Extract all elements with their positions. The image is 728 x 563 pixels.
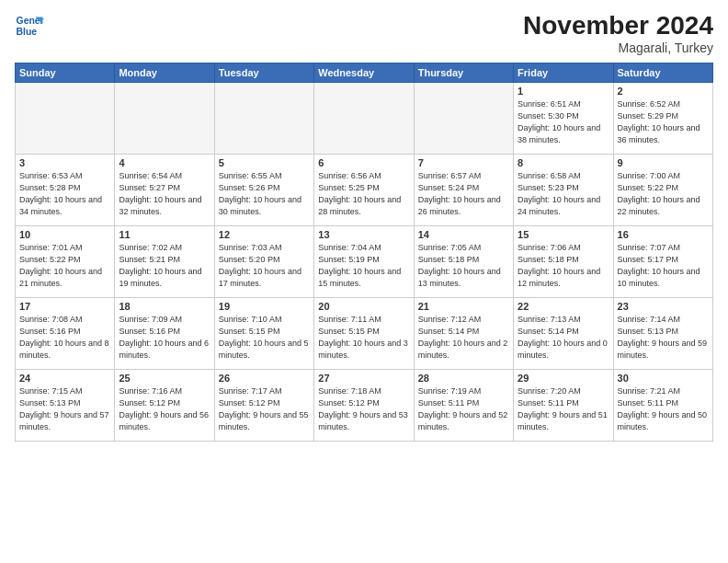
day-info: Sunrise: 7:11 AM Sunset: 5:15 PM Dayligh… [318, 314, 409, 362]
day-number: 10 [19, 229, 110, 240]
day-info: Sunrise: 7:08 AM Sunset: 5:16 PM Dayligh… [19, 314, 110, 362]
table-row: 8Sunrise: 6:58 AM Sunset: 5:23 PM Daylig… [514, 155, 613, 226]
header: General Blue November 2024 Magarali, Tur… [15, 11, 713, 55]
day-info: Sunrise: 7:18 AM Sunset: 5:12 PM Dayligh… [318, 385, 409, 433]
table-row: 12Sunrise: 7:03 AM Sunset: 5:20 PM Dayli… [214, 226, 313, 298]
day-info: Sunrise: 7:05 AM Sunset: 5:18 PM Dayligh… [418, 242, 509, 290]
day-number: 30 [618, 373, 709, 384]
day-number: 4 [119, 157, 210, 168]
day-info: Sunrise: 7:16 AM Sunset: 5:12 PM Dayligh… [119, 385, 210, 433]
table-row: 6Sunrise: 6:56 AM Sunset: 5:25 PM Daylig… [314, 155, 414, 226]
table-row: 15Sunrise: 7:06 AM Sunset: 5:18 PM Dayli… [514, 226, 613, 298]
calendar-week-1: 3Sunrise: 6:53 AM Sunset: 5:28 PM Daylig… [16, 155, 713, 226]
day-info: Sunrise: 7:13 AM Sunset: 5:14 PM Dayligh… [518, 314, 609, 362]
day-number: 18 [119, 301, 210, 312]
day-number: 1 [518, 86, 609, 97]
day-info: Sunrise: 7:07 AM Sunset: 5:17 PM Dayligh… [618, 242, 709, 290]
day-info: Sunrise: 6:56 AM Sunset: 5:25 PM Dayligh… [318, 170, 409, 218]
day-info: Sunrise: 7:04 AM Sunset: 5:19 PM Dayligh… [318, 242, 409, 290]
day-number: 5 [219, 157, 310, 168]
th-saturday: Saturday [613, 63, 712, 83]
day-number: 8 [518, 157, 609, 168]
day-number: 24 [19, 373, 110, 384]
day-info: Sunrise: 6:55 AM Sunset: 5:26 PM Dayligh… [219, 170, 310, 218]
day-number: 21 [418, 301, 509, 312]
day-info: Sunrise: 7:10 AM Sunset: 5:15 PM Dayligh… [219, 314, 310, 362]
th-friday: Friday [514, 63, 613, 83]
table-row [115, 83, 214, 155]
table-row [314, 83, 414, 155]
day-info: Sunrise: 7:20 AM Sunset: 5:11 PM Dayligh… [518, 385, 609, 433]
day-number: 29 [518, 373, 609, 384]
table-row [414, 83, 513, 155]
month-title: November 2024 [523, 11, 713, 40]
table-row: 18Sunrise: 7:09 AM Sunset: 5:16 PM Dayli… [115, 298, 214, 370]
day-info: Sunrise: 6:52 AM Sunset: 5:29 PM Dayligh… [618, 98, 709, 146]
calendar-week-4: 24Sunrise: 7:15 AM Sunset: 5:13 PM Dayli… [16, 370, 713, 442]
day-number: 26 [219, 373, 310, 384]
logo: General Blue [15, 11, 44, 40]
table-row: 17Sunrise: 7:08 AM Sunset: 5:16 PM Dayli… [16, 298, 115, 370]
header-row: Sunday Monday Tuesday Wednesday Thursday… [16, 63, 713, 83]
table-row: 26Sunrise: 7:17 AM Sunset: 5:12 PM Dayli… [214, 370, 313, 442]
day-info: Sunrise: 7:01 AM Sunset: 5:22 PM Dayligh… [19, 242, 110, 290]
day-number: 25 [119, 373, 210, 384]
day-info: Sunrise: 7:12 AM Sunset: 5:14 PM Dayligh… [418, 314, 509, 362]
table-row: 20Sunrise: 7:11 AM Sunset: 5:15 PM Dayli… [314, 298, 414, 370]
day-info: Sunrise: 7:03 AM Sunset: 5:20 PM Dayligh… [219, 242, 310, 290]
day-number: 13 [318, 229, 409, 240]
day-info: Sunrise: 7:09 AM Sunset: 5:16 PM Dayligh… [119, 314, 210, 362]
day-info: Sunrise: 6:58 AM Sunset: 5:23 PM Dayligh… [518, 170, 609, 218]
th-thursday: Thursday [414, 63, 513, 83]
day-number: 2 [618, 86, 709, 97]
table-row: 10Sunrise: 7:01 AM Sunset: 5:22 PM Dayli… [16, 226, 115, 298]
table-row: 19Sunrise: 7:10 AM Sunset: 5:15 PM Dayli… [214, 298, 313, 370]
day-number: 17 [19, 301, 110, 312]
page: General Blue November 2024 Magarali, Tur… [0, 0, 728, 563]
title-area: November 2024 Magarali, Turkey [523, 11, 713, 55]
day-number: 9 [618, 157, 709, 168]
day-number: 3 [19, 157, 110, 168]
table-row: 2Sunrise: 6:52 AM Sunset: 5:29 PM Daylig… [613, 83, 712, 155]
table-row: 5Sunrise: 6:55 AM Sunset: 5:26 PM Daylig… [214, 155, 313, 226]
table-row: 29Sunrise: 7:20 AM Sunset: 5:11 PM Dayli… [514, 370, 613, 442]
table-row: 27Sunrise: 7:18 AM Sunset: 5:12 PM Dayli… [314, 370, 414, 442]
table-row: 13Sunrise: 7:04 AM Sunset: 5:19 PM Dayli… [314, 226, 414, 298]
th-sunday: Sunday [16, 63, 115, 83]
svg-text:Blue: Blue [17, 27, 38, 37]
day-info: Sunrise: 7:06 AM Sunset: 5:18 PM Dayligh… [518, 242, 609, 290]
table-row: 9Sunrise: 7:00 AM Sunset: 5:22 PM Daylig… [613, 155, 712, 226]
day-info: Sunrise: 6:51 AM Sunset: 5:30 PM Dayligh… [518, 98, 609, 146]
day-number: 27 [318, 373, 409, 384]
table-row: 3Sunrise: 6:53 AM Sunset: 5:28 PM Daylig… [16, 155, 115, 226]
calendar-table: Sunday Monday Tuesday Wednesday Thursday… [15, 63, 713, 442]
calendar-week-0: 1Sunrise: 6:51 AM Sunset: 5:30 PM Daylig… [16, 83, 713, 155]
day-info: Sunrise: 6:57 AM Sunset: 5:24 PM Dayligh… [418, 170, 509, 218]
day-info: Sunrise: 6:53 AM Sunset: 5:28 PM Dayligh… [19, 170, 110, 218]
table-row: 7Sunrise: 6:57 AM Sunset: 5:24 PM Daylig… [414, 155, 513, 226]
calendar-week-3: 17Sunrise: 7:08 AM Sunset: 5:16 PM Dayli… [16, 298, 713, 370]
day-info: Sunrise: 6:54 AM Sunset: 5:27 PM Dayligh… [119, 170, 210, 218]
day-info: Sunrise: 7:17 AM Sunset: 5:12 PM Dayligh… [219, 385, 310, 433]
table-row: 21Sunrise: 7:12 AM Sunset: 5:14 PM Dayli… [414, 298, 513, 370]
logo-icon: General Blue [15, 11, 44, 40]
th-tuesday: Tuesday [214, 63, 313, 83]
day-number: 11 [119, 229, 210, 240]
table-row: 11Sunrise: 7:02 AM Sunset: 5:21 PM Dayli… [115, 226, 214, 298]
day-info: Sunrise: 7:00 AM Sunset: 5:22 PM Dayligh… [618, 170, 709, 218]
day-info: Sunrise: 7:14 AM Sunset: 5:13 PM Dayligh… [618, 314, 709, 362]
day-info: Sunrise: 7:19 AM Sunset: 5:11 PM Dayligh… [418, 385, 509, 433]
table-row: 28Sunrise: 7:19 AM Sunset: 5:11 PM Dayli… [414, 370, 513, 442]
day-number: 28 [418, 373, 509, 384]
table-row: 14Sunrise: 7:05 AM Sunset: 5:18 PM Dayli… [414, 226, 513, 298]
table-row: 25Sunrise: 7:16 AM Sunset: 5:12 PM Dayli… [115, 370, 214, 442]
day-number: 14 [418, 229, 509, 240]
day-number: 16 [618, 229, 709, 240]
table-row [214, 83, 313, 155]
table-row: 22Sunrise: 7:13 AM Sunset: 5:14 PM Dayli… [514, 298, 613, 370]
table-row: 23Sunrise: 7:14 AM Sunset: 5:13 PM Dayli… [613, 298, 712, 370]
day-info: Sunrise: 7:21 AM Sunset: 5:11 PM Dayligh… [618, 385, 709, 433]
day-number: 12 [219, 229, 310, 240]
day-info: Sunrise: 7:02 AM Sunset: 5:21 PM Dayligh… [119, 242, 210, 290]
table-row: 30Sunrise: 7:21 AM Sunset: 5:11 PM Dayli… [613, 370, 712, 442]
